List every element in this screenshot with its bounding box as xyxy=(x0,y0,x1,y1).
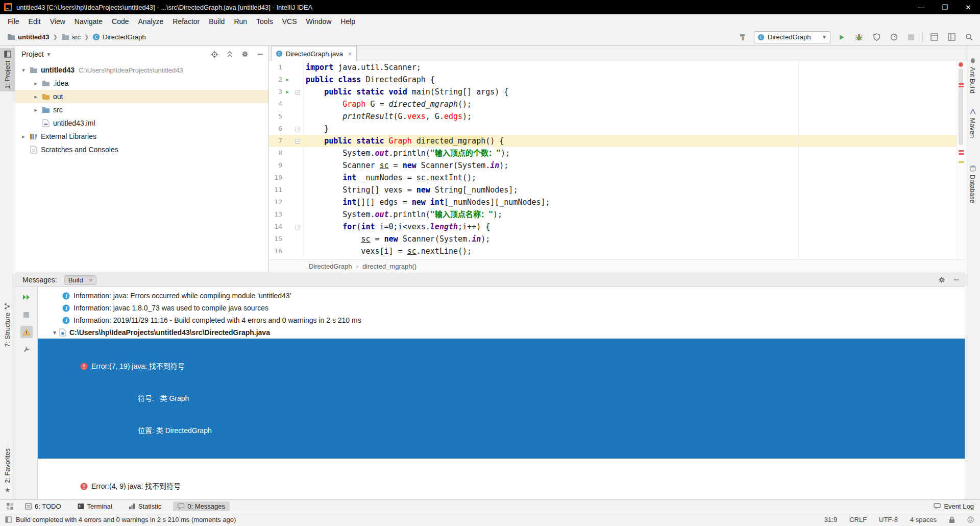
menu-view[interactable]: View xyxy=(45,14,70,29)
coverage-button[interactable] xyxy=(870,31,883,43)
select-opened-file-icon[interactable] xyxy=(210,50,218,58)
editor-scrollbar[interactable] xyxy=(957,61,965,259)
file-encoding[interactable]: UTF-8 xyxy=(879,516,898,523)
run-gutter-icon[interactable]: ▶ xyxy=(282,86,292,98)
project-tree-item-external-libraries[interactable]: ▸ External Libraries xyxy=(15,130,268,143)
project-tree-item-untitled43[interactable]: ▾ untitled43 C:\Users\hp\IdeaProjects\un… xyxy=(15,63,268,77)
menu-tools[interactable]: Tools xyxy=(252,14,278,29)
breadcrumb-class[interactable]: DirectedGraph xyxy=(309,262,352,270)
run-button[interactable] xyxy=(836,31,848,43)
close-tab-icon[interactable]: × xyxy=(87,276,93,284)
maximize-button[interactable]: ❐ xyxy=(933,0,957,14)
run-gutter-icon[interactable]: ▶ xyxy=(282,74,292,86)
menu-run[interactable]: Run xyxy=(229,14,252,29)
toolwindow-button-ant-build[interactable]: Ant Build xyxy=(965,55,980,96)
line-separator[interactable]: CRLF xyxy=(849,516,867,523)
wrench-icon[interactable] xyxy=(20,343,33,355)
code-line-14[interactable]: 14 − for(int i=0;i<vexs.length;i++) { xyxy=(269,221,957,233)
fold-marker-icon[interactable]: − xyxy=(292,135,304,147)
toolwindow-button-maven[interactable]: Maven xyxy=(965,106,980,140)
status-toolwindow-toggle-icon[interactable] xyxy=(5,516,12,523)
project-tree-item-idea[interactable]: ▸ .idea xyxy=(15,77,268,90)
fold-marker-icon[interactable]: − xyxy=(292,123,304,135)
menu-navigate[interactable]: Navigate xyxy=(70,14,107,29)
editor-tab[interactable]: C DirectedGraph.java × xyxy=(271,46,357,61)
code-line-16[interactable]: 16 vexs[i] = sc.nextLine(); xyxy=(269,245,957,257)
tree-expander-icon[interactable]: ▾ xyxy=(50,329,59,336)
tree-expander-icon[interactable]: ▾ xyxy=(18,67,29,74)
project-tree-item-scratches-and-consoles[interactable]: Scratches and Consoles xyxy=(15,143,268,156)
code-line-7[interactable]: 7 − public static Graph directed_mgraph(… xyxy=(269,135,957,147)
menu-code[interactable]: Code xyxy=(107,14,133,29)
menu-edit[interactable]: Edit xyxy=(24,14,45,29)
fold-marker-icon[interactable]: − xyxy=(292,221,304,233)
project-structure-button[interactable] xyxy=(928,31,940,43)
filter-warnings-icon[interactable] xyxy=(20,326,33,338)
warning-stripe-mark[interactable] xyxy=(959,161,964,163)
breadcrumb-method[interactable]: directed_mgraph() xyxy=(362,262,416,270)
lock-icon[interactable] xyxy=(949,516,955,523)
code-editor[interactable]: 1 import java.util.Scanner; 2 ▶ public c… xyxy=(269,61,957,259)
gear-icon[interactable] xyxy=(241,50,249,58)
code-line-15[interactable]: 15 sc = new Scanner(System.in); xyxy=(269,233,957,245)
profiler-button[interactable] xyxy=(888,31,900,43)
toolwindow-tab-6-todo[interactable]: 6: TODO xyxy=(20,501,66,511)
toolwindow-tab-0-messages[interactable]: 0: Messages xyxy=(173,501,230,511)
message-file-node[interactable]: ▾ C:\Users\hp\IdeaProjects\untitled43\sr… xyxy=(38,326,965,339)
chevron-down-icon[interactable]: ▼ xyxy=(46,52,52,57)
message-info-row[interactable]: iInformation: javac 1.8.0_73 was used to… xyxy=(38,302,965,314)
menu-refactor[interactable]: Refactor xyxy=(168,14,204,29)
message-info-row[interactable]: iInformation: 2019/11/29 11:16 - Build c… xyxy=(38,314,965,326)
code-line-2[interactable]: 2 ▶ public class DirectedGraph { xyxy=(269,74,957,86)
code-line-6[interactable]: 6 − } xyxy=(269,123,957,135)
error-stripe-mark[interactable] xyxy=(959,153,964,155)
code-line-11[interactable]: 11 String[] vexs = new String[_numNodes]… xyxy=(269,184,957,196)
messages-tab-build[interactable]: Build × xyxy=(64,275,97,285)
code-line-1[interactable]: 1 import java.util.Scanner; xyxy=(269,61,957,74)
event-log-button[interactable]: Event Log xyxy=(934,503,974,510)
indent-setting[interactable]: 4 spaces xyxy=(910,516,937,523)
tree-expander-icon[interactable]: ▸ xyxy=(31,80,41,87)
run-config-select[interactable]: C DirectedGraph ▼ xyxy=(754,31,830,43)
code-line-8[interactable]: 8 System.out.println("输入顶点的个数："); xyxy=(269,147,957,159)
close-button[interactable]: ✕ xyxy=(957,0,980,14)
project-panel-title[interactable]: Project xyxy=(21,50,44,58)
menu-help[interactable]: Help xyxy=(336,14,360,29)
error-stripe-mark[interactable] xyxy=(959,83,964,85)
tree-expander-icon[interactable]: ▸ xyxy=(31,93,41,100)
error-stripe-mark[interactable] xyxy=(959,86,964,87)
nav-crumb-directedgraph[interactable]: CDirectedGraph xyxy=(92,33,146,41)
error-indicator-icon[interactable] xyxy=(959,62,963,67)
close-tab-icon[interactable]: × xyxy=(346,50,352,58)
build-hammer-icon[interactable] xyxy=(737,31,749,43)
message-error-node[interactable]: Error:(4, 9) java: 找不到符号 符号: 类 Graph 位置:… xyxy=(38,459,965,499)
menu-window[interactable]: Window xyxy=(302,14,336,29)
code-line-10[interactable]: 10 int _numNodes = sc.nextInt(); xyxy=(269,172,957,184)
hide-panel-icon[interactable] xyxy=(256,50,264,58)
toolwindow-button-favorites[interactable]: 2: Favorites ★ xyxy=(0,446,15,496)
code-line-12[interactable]: 12 int[][] edgs = new int[_numNodes][_nu… xyxy=(269,196,957,208)
nav-crumb-src[interactable]: src xyxy=(61,33,81,41)
scrollbar-thumb[interactable] xyxy=(959,68,963,145)
menu-build[interactable]: Build xyxy=(204,14,229,29)
stop-button[interactable] xyxy=(905,31,917,43)
toolwindow-button-project[interactable]: 1: Project xyxy=(0,48,15,91)
minimize-button[interactable]: — xyxy=(910,0,933,14)
message-info-row[interactable]: iInformation: java: Errors occurred whil… xyxy=(38,290,965,302)
toolwindow-tab-terminal[interactable]: Terminal xyxy=(73,501,117,511)
stop-icon[interactable] xyxy=(20,308,33,321)
menu-file[interactable]: File xyxy=(3,14,24,29)
ide-indicator-icon[interactable] xyxy=(967,516,974,523)
fold-marker-icon[interactable]: − xyxy=(292,86,304,98)
search-everywhere-icon[interactable] xyxy=(963,31,975,43)
collapse-all-icon[interactable] xyxy=(226,50,234,58)
toolwindow-button-structure[interactable]: 7: Structure xyxy=(0,300,15,349)
status-message[interactable]: Build completed with 4 errors and 0 warn… xyxy=(12,516,236,523)
toolwindow-tab-statistic[interactable]: Statistic xyxy=(124,501,166,511)
code-line-5[interactable]: 5 printResult(G.vexs, G.edgs); xyxy=(269,110,957,123)
nav-crumb-untitled43[interactable]: untitled43 xyxy=(7,33,49,41)
tree-expander-icon[interactable]: ▸ xyxy=(18,133,29,140)
toolwindow-button-database[interactable]: Database xyxy=(965,162,980,206)
project-tree-item-out[interactable]: ▸ out xyxy=(15,90,268,103)
tree-expander-icon[interactable]: ▸ xyxy=(31,107,41,113)
